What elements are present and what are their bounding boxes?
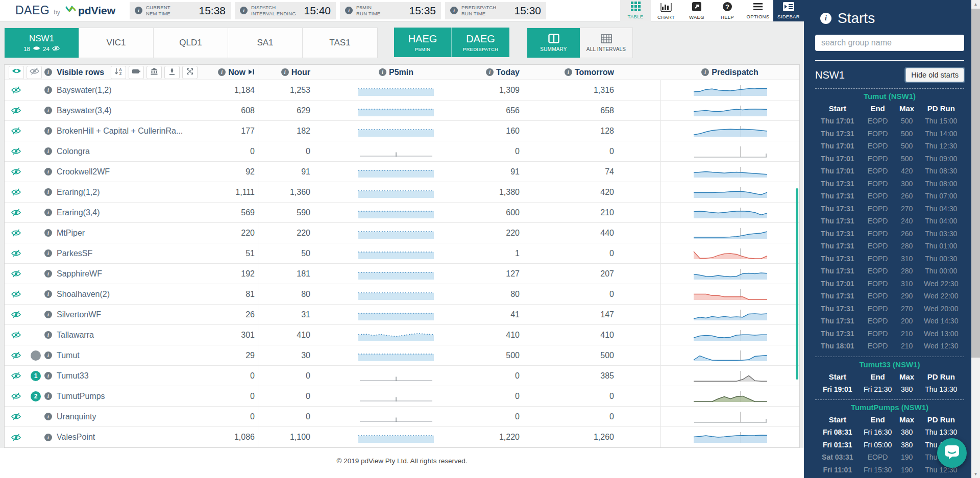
info-icon[interactable]: i: [44, 68, 52, 76]
hide-old-starts-button[interactable]: Hide old starts: [905, 68, 964, 82]
unit-name: i Bayswater(3,4): [44, 106, 220, 115]
info-icon[interactable]: i: [379, 68, 386, 76]
info-icon[interactable]: i: [44, 127, 52, 135]
info-icon[interactable]: i: [44, 413, 52, 420]
row-visibility-toggle[interactable]: [5, 229, 27, 237]
info-icon[interactable]: i: [44, 209, 52, 216]
today-value: 91: [468, 167, 524, 177]
row-visibility-toggle[interactable]: [5, 372, 27, 380]
info-icon[interactable]: i: [218, 68, 226, 76]
info-icon[interactable]: i: [44, 86, 52, 94]
column-header-hour[interactable]: i Hour: [258, 68, 325, 77]
info-icon[interactable]: i: [345, 7, 353, 14]
info-icon[interactable]: i: [565, 68, 572, 76]
unit-name: i Uranquinty: [44, 412, 220, 421]
chat-widget-button[interactable]: [937, 438, 967, 468]
now-value: 1,086: [220, 427, 258, 447]
info-icon[interactable]: i: [44, 331, 52, 339]
expand-button[interactable]: [182, 66, 198, 79]
row-visibility-toggle[interactable]: [5, 107, 27, 114]
info-icon[interactable]: i: [44, 434, 52, 441]
row-visibility-toggle[interactable]: [5, 86, 27, 94]
nav-options-button[interactable]: OPTIONS: [743, 0, 773, 21]
view-all-intervals-button[interactable]: ALL INTERVALS: [580, 28, 632, 58]
sidebar-scrollbar[interactable]: ▲ ▼: [971, 0, 980, 478]
row-visibility-toggle[interactable]: [5, 434, 27, 441]
info-icon[interactable]: i: [44, 311, 52, 318]
bank-button[interactable]: [146, 66, 162, 79]
info-icon[interactable]: i: [44, 188, 52, 196]
region-tab-nsw1[interactable]: NSW1 18 24: [5, 28, 79, 58]
info-icon[interactable]: i: [486, 68, 494, 76]
info-icon[interactable]: i: [44, 168, 52, 175]
sort-button[interactable]: AZ: [111, 66, 126, 79]
region-tab-tas1[interactable]: TAS1: [303, 28, 377, 58]
view-summary-button[interactable]: SUMMARY: [527, 28, 580, 58]
scroll-down-icon[interactable]: ▼: [971, 470, 980, 478]
row-visibility-toggle[interactable]: [5, 392, 27, 400]
row-visibility-toggle[interactable]: [5, 249, 27, 257]
sidebar-scrollbar-thumb[interactable]: [971, 9, 980, 358]
info-icon[interactable]: i: [44, 392, 52, 400]
info-icon[interactable]: i: [44, 290, 52, 298]
hour-value: 1,100: [258, 433, 325, 442]
column-header-today[interactable]: i Today: [468, 68, 524, 77]
nav-chart-button[interactable]: CHART: [651, 0, 681, 21]
row-visibility-toggle[interactable]: [5, 270, 27, 278]
region-tab-qld1[interactable]: QLD1: [154, 28, 228, 58]
info-icon[interactable]: i: [44, 351, 52, 359]
show-all-button[interactable]: [9, 66, 24, 79]
info-icon[interactable]: i: [44, 270, 52, 278]
eye-slash-icon: [52, 45, 60, 53]
tomorrow-value: 500: [524, 351, 617, 360]
row-visibility-toggle[interactable]: [5, 290, 27, 298]
row-visibility-toggle[interactable]: [5, 147, 27, 155]
info-icon[interactable]: i: [240, 7, 248, 14]
table-row: i Tumut 29 30 500 500: [5, 345, 799, 366]
haeg-mode-button[interactable]: HAEG P5MIN: [394, 28, 452, 57]
row-visibility-toggle[interactable]: [5, 209, 27, 216]
nav-waeg-button[interactable]: WAEG: [681, 0, 712, 21]
column-header-tomorrow[interactable]: i Tomorrow: [524, 68, 617, 77]
row-visibility-toggle[interactable]: [5, 188, 27, 196]
predispatch-sparkline: [660, 407, 799, 426]
nav-help-button[interactable]: ? HELP: [712, 0, 743, 21]
region-tab-vic1[interactable]: VIC1: [79, 28, 154, 58]
row-visibility-toggle[interactable]: [5, 351, 27, 359]
info-icon[interactable]: i: [450, 7, 458, 14]
row-visibility-toggle[interactable]: [5, 168, 27, 175]
row-visibility-toggle[interactable]: [5, 413, 27, 420]
info-icon[interactable]: i: [44, 372, 52, 380]
predispatch-sparkline: [660, 141, 799, 161]
table-scrollbar-thumb[interactable]: [796, 188, 798, 380]
row-visibility-toggle[interactable]: [5, 311, 27, 318]
ink-drop-button[interactable]: [164, 66, 180, 79]
battery-button[interactable]: [129, 66, 144, 79]
info-icon[interactable]: i: [44, 147, 52, 155]
predispatch-sparkline: [660, 100, 799, 120]
info-icon[interactable]: i: [44, 229, 52, 237]
pd-run-time: Wed 12:30: [918, 340, 964, 353]
info-icon[interactable]: i: [135, 7, 142, 14]
hide-all-button[interactable]: [27, 66, 42, 79]
nav-table-button[interactable]: TABLE: [620, 0, 651, 21]
region-tab-sa1[interactable]: SA1: [228, 28, 303, 58]
info-icon[interactable]: i: [820, 13, 831, 24]
scroll-up-icon[interactable]: ▲: [971, 0, 980, 8]
row-visibility-toggle[interactable]: [5, 127, 27, 135]
search-group-input[interactable]: [815, 35, 964, 51]
info-icon[interactable]: i: [701, 68, 709, 76]
info-icon[interactable]: i: [44, 249, 52, 257]
column-header-predispatch[interactable]: i Predispatch: [660, 65, 799, 80]
pd-run-time: Thu 13:30: [918, 383, 964, 396]
column-header-p5min[interactable]: i P5min: [325, 68, 468, 77]
info-icon[interactable]: i: [44, 107, 52, 114]
tomorrow-value: 207: [524, 269, 617, 279]
info-icon[interactable]: i: [281, 68, 289, 76]
tomorrow-value: 658: [524, 106, 617, 115]
daeg-mode-button[interactable]: DAEG PREDISPATCH: [452, 28, 509, 57]
unit-name: i Bayswater(1,2): [44, 86, 220, 95]
row-visibility-toggle[interactable]: [5, 331, 27, 339]
nav-sidebar-button[interactable]: SIDEBAR: [773, 0, 804, 21]
column-header-now[interactable]: i Now: [220, 65, 258, 80]
